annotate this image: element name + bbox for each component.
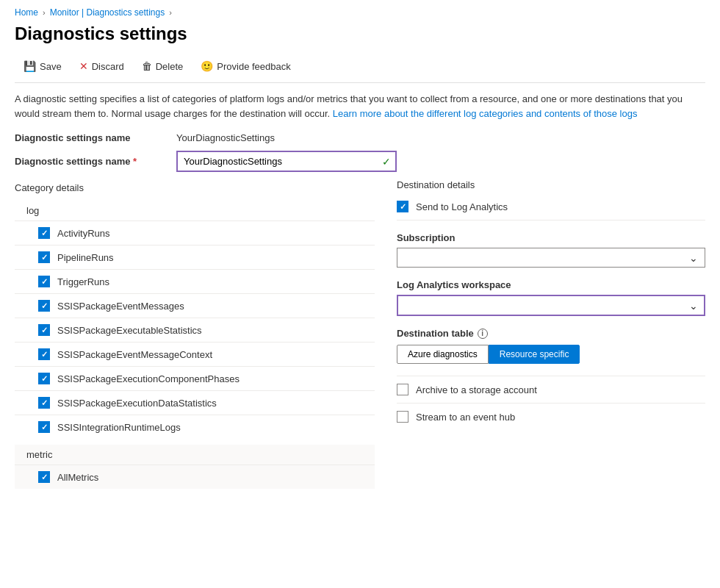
destination-table-info-icon[interactable]: i [478,329,488,339]
ssis-exec-stats-label: SSISPackageExecutableStatistics [57,325,202,336]
destination-details-label: Destination details [397,179,705,190]
pipeline-runs-label: PipelineRuns [57,252,114,263]
log-section-header: log [15,201,375,220]
list-item: SSISIntegrationRuntimeLogs [15,415,375,439]
destination-table-label: Destination table i [397,328,705,339]
category-details-label: Category details [15,182,375,193]
send-to-log-analytics-label: Send to Log Analytics [416,201,508,212]
discard-icon: ✕ [79,60,88,72]
send-to-log-analytics-checkbox[interactable] [397,201,408,212]
trigger-runs-checkbox[interactable] [38,276,50,287]
description-text: A diagnostic setting specifies a list of… [15,92,705,121]
page-title: Diagnostics settings [15,24,705,44]
log-analytics-workspace-group: Log Analytics workspace [397,279,705,316]
log-analytics-workspace-dropdown-wrapper [397,295,705,316]
form-name-input-wrapper: ✓ [176,151,397,172]
all-metrics-label: AllMetrics [57,472,98,483]
form-name-display-value: YourDiagnosticSettings [176,132,275,143]
destination-table-toggle-group: Azure diagnostics Resource specific [397,345,705,364]
stream-event-hub-checkbox[interactable] [397,411,408,423]
archive-storage-row: Archive to a storage account [397,376,705,403]
category-details-panel: Category details log ActivityRuns Pipeli… [15,179,375,489]
ssis-event-messages-checkbox[interactable] [38,300,50,312]
diagnostic-settings-name-input[interactable] [176,151,397,172]
ssis-component-phases-checkbox[interactable] [38,373,50,384]
list-item: ActivityRuns [15,220,375,245]
pipeline-runs-checkbox[interactable] [38,251,50,263]
ssis-event-messages-label: SSISPackageEventMessages [57,301,184,312]
form-name-input-label: Diagnostic settings name * [15,156,176,167]
metric-section-header: metric [15,445,375,465]
save-button[interactable]: 💾 Save [15,56,71,76]
ssis-runtime-logs-checkbox[interactable] [38,421,50,433]
all-metrics-checkbox[interactable] [38,471,50,483]
list-item: SSISPackageEventMessageContext [15,342,375,366]
archive-storage-label: Archive to a storage account [416,384,537,395]
ssis-data-stats-label: SSISPackageExecutionDataStatistics [57,398,217,409]
feedback-icon: 🙂 [201,60,213,72]
save-icon: 💾 [24,60,36,72]
list-item: SSISPackageEventMessages [15,293,375,318]
feedback-button[interactable]: 🙂 Provide feedback [192,56,299,76]
azure-diagnostics-toggle[interactable]: Azure diagnostics [397,345,489,364]
form-name-display-row: Diagnostic settings name YourDiagnosticS… [15,132,705,143]
list-item: TriggerRuns [15,269,375,293]
ssis-component-phases-label: SSISPackageExecutionComponentPhases [57,373,240,384]
breadcrumb: Home › Monitor | Diagnostics settings › [15,0,705,24]
subscription-dropdown-wrapper [397,248,705,268]
list-item: SSISPackageExecutableStatistics [15,318,375,342]
log-analytics-workspace-label: Log Analytics workspace [397,279,705,290]
resource-specific-toggle[interactable]: Resource specific [489,345,580,364]
breadcrumb-sep1: › [43,8,46,17]
ssis-event-context-label: SSISPackageEventMessageContext [57,349,212,360]
learn-more-link[interactable]: Learn more about the different log categ… [333,108,638,119]
form-name-display-label: Diagnostic settings name [15,132,176,143]
trigger-runs-label: TriggerRuns [57,276,109,287]
delete-button[interactable]: 🗑 Delete [133,56,192,76]
send-to-log-analytics-row: Send to Log Analytics [397,201,705,220]
breadcrumb-home[interactable]: Home [15,7,38,18]
subscription-dropdown[interactable] [397,248,705,268]
subscription-label: Subscription [397,232,705,243]
discard-button[interactable]: ✕ Discard [71,56,133,76]
subscription-group: Subscription [397,232,705,268]
breadcrumb-monitor[interactable]: Monitor | Diagnostics settings [50,7,165,18]
list-item: SSISPackageExecutionDataStatistics [15,390,375,415]
destination-table-section: Destination table i Azure diagnostics Re… [397,328,705,364]
validation-check-icon: ✓ [382,156,391,168]
breadcrumb-sep2: › [169,8,172,17]
two-col-layout: Category details log ActivityRuns Pipeli… [15,179,705,489]
required-marker: * [130,156,137,167]
list-item: PipelineRuns [15,245,375,269]
activity-runs-label: ActivityRuns [57,228,110,239]
activity-runs-checkbox[interactable] [38,227,50,239]
delete-icon: 🗑 [142,60,152,72]
ssis-exec-stats-checkbox[interactable] [38,324,50,336]
log-analytics-workspace-dropdown[interactable] [397,295,705,316]
form-name-input-row: Diagnostic settings name * ✓ [15,151,705,172]
stream-event-hub-row: Stream to an event hub [397,403,705,430]
ssis-runtime-logs-label: SSISIntegrationRuntimeLogs [57,422,181,433]
ssis-data-stats-checkbox[interactable] [38,397,50,409]
log-section: log ActivityRuns PipelineRuns TriggerRun… [15,201,375,439]
metric-section: metric AllMetrics [15,445,375,489]
archive-storage-checkbox[interactable] [397,384,408,395]
ssis-event-context-checkbox[interactable] [38,348,50,360]
destination-details-panel: Destination details Send to Log Analytic… [397,179,705,489]
list-item: SSISPackageExecutionComponentPhases [15,366,375,390]
toolbar: 💾 Save ✕ Discard 🗑 Delete 🙂 Provide feed… [15,56,705,83]
stream-event-hub-label: Stream to an event hub [416,412,515,423]
list-item: AllMetrics [15,465,375,489]
